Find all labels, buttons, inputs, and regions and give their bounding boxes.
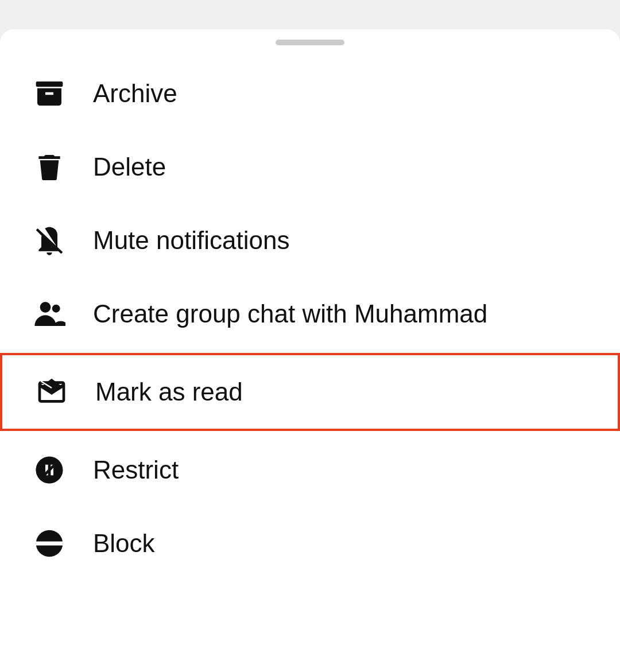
archive-label: Archive xyxy=(93,79,177,109)
menu-list: Archive Delete Mute notifications xyxy=(0,51,620,586)
menu-item-block[interactable]: Block xyxy=(0,507,620,580)
menu-item-mark-read[interactable]: Mark as read xyxy=(0,353,620,431)
svg-point-1 xyxy=(40,302,51,313)
drag-handle[interactable] xyxy=(276,40,344,45)
mark-read-icon xyxy=(31,371,72,413)
svg-marker-2 xyxy=(41,379,62,395)
restrict-icon xyxy=(29,449,70,491)
mute-icon xyxy=(29,220,70,261)
mark-read-label: Mark as read xyxy=(95,377,243,407)
group-icon xyxy=(29,293,70,335)
block-label: Block xyxy=(93,529,155,559)
menu-item-group[interactable]: Create group chat with Muhammad xyxy=(0,277,620,351)
menu-item-delete[interactable]: Delete xyxy=(0,130,620,204)
restrict-label: Restrict xyxy=(93,455,179,485)
delete-icon xyxy=(29,146,70,188)
archive-icon xyxy=(29,73,70,114)
block-icon xyxy=(29,523,70,564)
menu-item-mute[interactable]: Mute notifications xyxy=(0,204,620,277)
menu-item-restrict[interactable]: Restrict xyxy=(0,433,620,507)
delete-label: Delete xyxy=(93,152,166,182)
bottom-sheet: Archive Delete Mute notifications xyxy=(0,29,620,672)
menu-item-archive[interactable]: Archive xyxy=(0,57,620,130)
group-label: Create group chat with Muhammad xyxy=(93,299,487,329)
mute-label: Mute notifications xyxy=(93,226,289,256)
svg-rect-0 xyxy=(36,81,63,87)
